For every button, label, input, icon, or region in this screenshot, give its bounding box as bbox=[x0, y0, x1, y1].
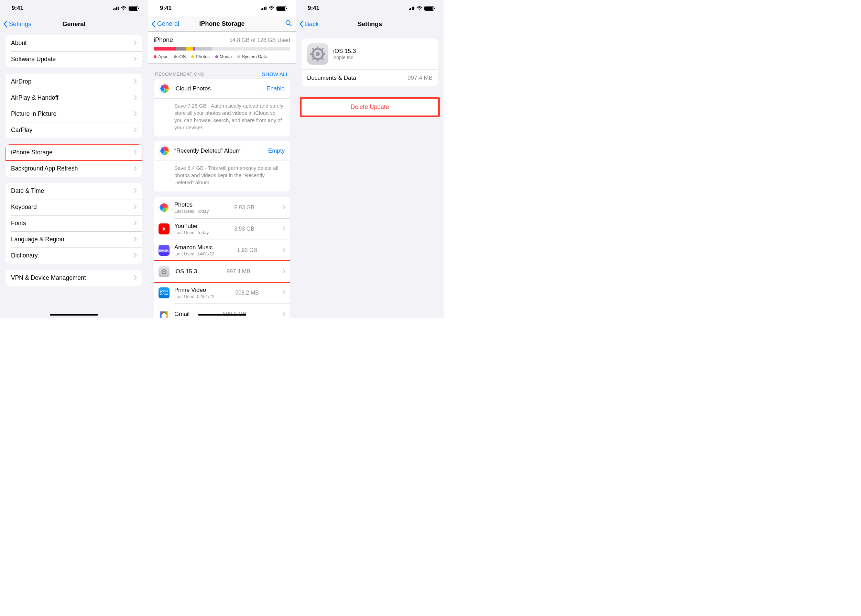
empty-button[interactable]: Empty bbox=[268, 148, 285, 154]
legend-label: Apps bbox=[158, 54, 168, 59]
chevron-right-icon bbox=[134, 111, 137, 118]
legend-apps: Apps bbox=[154, 54, 168, 59]
legend-label: Photos bbox=[196, 54, 209, 59]
rec-icloud-photos[interactable]: iCloud Photos Enable Save 7.25 GB - Auto… bbox=[154, 79, 290, 137]
delete-update-button[interactable]: Delete Update bbox=[302, 99, 438, 115]
app-row-ios-15-3[interactable]: iOS 15.3997.4 MB bbox=[154, 261, 290, 282]
cell-carplay[interactable]: CarPlay bbox=[5, 122, 142, 138]
battery-icon bbox=[277, 6, 286, 11]
app-row-prime-video[interactable]: primevideoPrime VideoLast Used: 02/01/22… bbox=[154, 282, 290, 303]
status-time: 9:41 bbox=[160, 5, 172, 12]
back-label: Back bbox=[305, 20, 319, 28]
legend-label: iOS bbox=[178, 54, 186, 59]
chevron-right-icon bbox=[283, 225, 285, 233]
chevron-left-icon bbox=[152, 20, 156, 27]
cell-date-time[interactable]: Date & Time bbox=[5, 183, 142, 199]
wifi-icon bbox=[121, 6, 126, 10]
rec-recently-deleted[interactable]: “Recently Deleted” Album Empty Save 6.4 … bbox=[154, 141, 290, 192]
chevron-right-icon bbox=[134, 127, 137, 134]
app-name: Photos bbox=[174, 201, 209, 208]
nav-bar: General iPhone Storage bbox=[148, 17, 296, 31]
chevron-right-icon bbox=[134, 149, 137, 156]
cell-dictionary[interactable]: Dictionary bbox=[5, 247, 142, 264]
chevron-right-icon bbox=[134, 40, 137, 47]
recommendations-header: RECOMMENDATIONS SHOW ALL bbox=[148, 64, 296, 79]
app-last-used: Last Used: Today bbox=[174, 209, 209, 214]
cell-language-region[interactable]: Language & Region bbox=[5, 231, 142, 247]
app-size: 5.93 GB bbox=[234, 204, 255, 211]
storage-legend: AppsiOSPhotosMediaSystem Data bbox=[154, 54, 290, 59]
cell-about[interactable]: About bbox=[5, 35, 142, 51]
chevron-right-icon bbox=[134, 275, 137, 281]
group-storage: iPhone StorageBackground App Refresh bbox=[5, 145, 142, 177]
chevron-right-icon bbox=[283, 204, 285, 211]
cell-background-app-refresh[interactable]: Background App Refresh bbox=[5, 160, 142, 177]
cell-picture-in-picture[interactable]: Picture in Picture bbox=[5, 106, 142, 122]
group-airdrop: AirDropAirPlay & HandoffPicture in Pictu… bbox=[5, 74, 142, 138]
legend-dot bbox=[174, 55, 177, 58]
app-name: Prime Video bbox=[174, 287, 214, 294]
cell-fonts[interactable]: Fonts bbox=[5, 215, 142, 231]
back-button[interactable]: Back bbox=[299, 20, 319, 28]
gmail-icon bbox=[159, 309, 170, 318]
show-all-link[interactable]: SHOW ALL bbox=[262, 71, 289, 77]
cell-label: Date & Time bbox=[11, 187, 44, 195]
group-about: AboutSoftware Update bbox=[5, 35, 142, 68]
cell-label: Fonts bbox=[11, 220, 26, 227]
cell-label: AirPlay & Handoff bbox=[11, 94, 58, 101]
status-time: 9:41 bbox=[12, 5, 24, 12]
rec-title: iCloud Photos bbox=[174, 85, 211, 92]
app-row-gmail[interactable]: Gmail599.9 MB bbox=[154, 303, 290, 318]
home-indicator bbox=[50, 314, 98, 316]
search-icon bbox=[285, 19, 292, 27]
primevideo-icon: primevideo bbox=[159, 288, 170, 299]
cell-label: Keyboard bbox=[11, 203, 37, 211]
home-indicator bbox=[198, 314, 246, 316]
cell-iphone-storage[interactable]: iPhone Storage bbox=[5, 145, 142, 160]
cell-label: CarPlay bbox=[11, 127, 32, 134]
storage-seg-apps bbox=[154, 47, 176, 50]
nav-bar: Back Settings bbox=[296, 17, 444, 31]
rec-title: “Recently Deleted” Album bbox=[174, 148, 241, 154]
back-button[interactable]: Settings bbox=[3, 20, 31, 28]
documents-data-row: Documents & Data 997.4 MB bbox=[302, 69, 438, 86]
app-name: Gmail bbox=[174, 311, 189, 317]
cellular-signal-icon bbox=[261, 6, 267, 10]
app-row-youtube[interactable]: YouTubeLast Used: Today3.93 GB bbox=[154, 218, 290, 240]
wifi-icon bbox=[416, 6, 422, 10]
app-name: iOS 15.3 bbox=[174, 268, 197, 275]
status-bar: 9:41 bbox=[296, 0, 444, 17]
enable-button[interactable]: Enable bbox=[266, 85, 285, 92]
legend-media: Media bbox=[215, 54, 232, 59]
cell-label: Software Update bbox=[11, 56, 56, 63]
search-button[interactable] bbox=[285, 19, 292, 28]
app-size: 997.4 MB bbox=[227, 269, 250, 275]
cell-airdrop[interactable]: AirDrop bbox=[5, 74, 142, 90]
back-button[interactable]: General bbox=[152, 20, 179, 27]
gear-icon bbox=[310, 46, 326, 62]
legend-dot bbox=[215, 55, 218, 58]
app-row-amazon-music[interactable]: musicAmazon MusicLast Used: 14/01/221.93… bbox=[154, 240, 290, 261]
status-icons bbox=[261, 6, 286, 11]
legend-photos: Photos bbox=[191, 54, 209, 59]
battery-icon bbox=[424, 6, 434, 11]
cell-keyboard[interactable]: Keyboard bbox=[5, 199, 142, 215]
battery-icon bbox=[129, 6, 138, 11]
svg-rect-9 bbox=[317, 60, 318, 61]
legend-dot bbox=[191, 55, 194, 58]
status-bar: 9:41 bbox=[148, 0, 296, 17]
app-row-photos[interactable]: PhotosLast Used: Today5.93 GB bbox=[154, 197, 290, 218]
cell-software-update[interactable]: Software Update bbox=[5, 51, 142, 68]
cell-airplay-handoff[interactable]: AirPlay & Handoff bbox=[5, 90, 142, 106]
cell-label: About bbox=[11, 39, 27, 47]
settings-app-icon bbox=[307, 43, 328, 64]
rec-body: Save 7.25 GB - Automatically upload and … bbox=[154, 98, 290, 137]
storage-seg-photos bbox=[186, 47, 193, 50]
chevron-right-icon bbox=[134, 252, 137, 259]
back-label: Settings bbox=[9, 20, 31, 28]
photos-icon bbox=[159, 202, 170, 213]
cell-vpn-device-management[interactable]: VPN & Device Management bbox=[5, 270, 142, 286]
app-size: 3.93 GB bbox=[234, 226, 255, 232]
update-title: iOS 15.3 bbox=[333, 48, 356, 55]
chevron-right-icon bbox=[134, 204, 137, 211]
